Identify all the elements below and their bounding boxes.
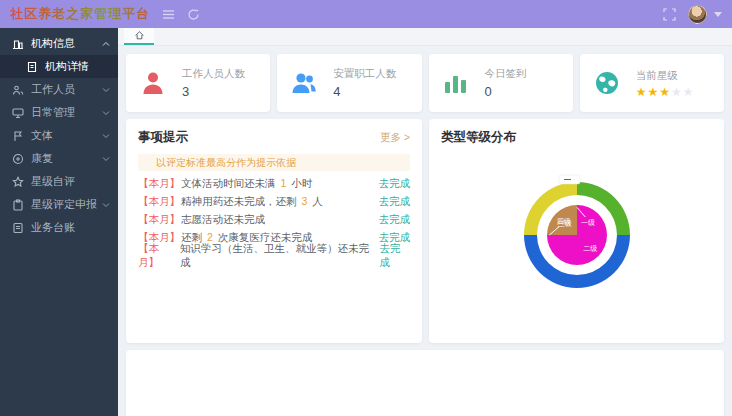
people-icon bbox=[289, 68, 319, 98]
go-complete-link[interactable]: 去完成 bbox=[379, 177, 411, 191]
bottom-empty-card bbox=[126, 350, 724, 416]
medical-cross-icon bbox=[12, 153, 24, 165]
sidebar-item-rehab[interactable]: 康复 bbox=[0, 147, 118, 170]
user-avatar[interactable] bbox=[688, 5, 707, 24]
sidebar-item-label: 日常管理 bbox=[31, 105, 75, 120]
chevron-down-icon bbox=[102, 132, 110, 140]
person-icon bbox=[138, 68, 168, 98]
sidebar-item-star-rating-apply[interactable]: 星级评定申报 bbox=[0, 193, 118, 216]
chevron-down-icon[interactable] bbox=[714, 12, 722, 17]
reminder-item: 【本月】 精神用药还未完成，还剩 3 人 去完成 bbox=[138, 193, 410, 211]
star-icon: ★ bbox=[683, 85, 695, 99]
star-icon: ★ bbox=[648, 85, 660, 99]
notice-bar: 以评定标准最高分作为提示依据 bbox=[138, 154, 410, 171]
chart-tooltip bbox=[559, 175, 580, 184]
stat-card-staff-count: 工作人员人数 3 bbox=[126, 54, 270, 112]
sidebar-item-business-ledger[interactable]: 业务台账 bbox=[0, 216, 118, 239]
month-tag: 【本月】 bbox=[138, 177, 180, 191]
reminder-text: 知识学习（生活、卫生、就业等）还未完成 bbox=[180, 242, 379, 270]
svg-text:四级: 四级 bbox=[556, 218, 570, 226]
sidebar-item-label: 机构详情 bbox=[45, 59, 89, 74]
reminders-panel: 事项提示 更多 > 以评定标准最高分作为提示依据 【本月】 文体活动时间还未满 … bbox=[126, 119, 422, 343]
app-title: 社区养老之家管理平台 bbox=[10, 5, 150, 23]
stat-value: 4 bbox=[333, 84, 396, 99]
more-link[interactable]: 更多 > bbox=[380, 131, 410, 145]
reminder-text: 精神用药还未完成，还剩 3 人 bbox=[181, 195, 323, 209]
building-icon bbox=[12, 38, 24, 50]
reminder-text: 志愿活动还未完成 bbox=[181, 213, 269, 227]
stats-row: 工作人员人数 3 安置职工人数 4 bbox=[126, 54, 724, 112]
reminder-item: 【本月】 文体活动时间还未满 1 小时 去完成 bbox=[138, 175, 410, 193]
stat-value: 3 bbox=[182, 84, 245, 99]
people-icon bbox=[12, 84, 24, 96]
star-icon bbox=[12, 176, 24, 188]
star-icon: ★ bbox=[671, 85, 683, 99]
chevron-down-icon bbox=[102, 109, 110, 117]
svg-text:二级: 二级 bbox=[583, 245, 597, 252]
sidebar-item-label: 文体 bbox=[31, 128, 53, 143]
sidebar-item-label: 星级自评 bbox=[31, 174, 75, 189]
sidebar-item-org-detail[interactable]: 机构详情 bbox=[0, 55, 118, 78]
sidebar-item-label: 康复 bbox=[31, 151, 53, 166]
clipboard-icon bbox=[12, 199, 24, 211]
refresh-icon[interactable] bbox=[187, 8, 200, 21]
go-complete-link[interactable]: 去完成 bbox=[379, 195, 411, 209]
sidebar-item-label: 业务台账 bbox=[31, 220, 75, 235]
home-icon bbox=[134, 30, 145, 41]
chevron-down-icon bbox=[102, 86, 110, 94]
month-tag: 【本月】 bbox=[138, 242, 179, 270]
chevron-up-icon bbox=[102, 40, 110, 48]
reminder-item: 【本月】 知识学习（生活、卫生、就业等）还未完成 去完成 bbox=[138, 247, 410, 265]
sidebar-item-star-self-eval[interactable]: 星级自评 bbox=[0, 170, 118, 193]
reminders-title: 事项提示 bbox=[138, 129, 188, 146]
stat-label: 安置职工人数 bbox=[333, 67, 396, 81]
sidebar-item-org-info[interactable]: 机构信息 bbox=[0, 32, 118, 55]
flag-icon bbox=[12, 130, 24, 142]
type-level-chart-panel: 类型等级分布 一级二级三级四级 bbox=[429, 119, 724, 343]
stat-card-today-checkin: 今日签到 0 bbox=[429, 54, 573, 112]
app-header: 社区养老之家管理平台 bbox=[0, 0, 732, 28]
month-tag: 【本月】 bbox=[138, 195, 180, 209]
bar-chart-icon bbox=[441, 68, 471, 98]
collapse-menu-icon[interactable] bbox=[162, 8, 175, 21]
monitor-icon bbox=[12, 107, 24, 119]
tab-bar bbox=[118, 28, 732, 46]
star-rating: ★★★★★ bbox=[636, 86, 695, 98]
star-icon: ★ bbox=[636, 85, 648, 99]
stat-value: 0 bbox=[485, 84, 527, 99]
chevron-down-icon bbox=[102, 201, 110, 209]
stat-label: 今日签到 bbox=[485, 67, 527, 81]
stat-label: 当前星级 bbox=[636, 69, 695, 83]
stat-card-current-star-level: 当前星级 ★★★★★ bbox=[580, 54, 724, 112]
month-tag: 【本月】 bbox=[138, 213, 180, 227]
sidebar-item-label: 机构信息 bbox=[31, 36, 75, 51]
sidebar-item-daily-mgmt[interactable]: 日常管理 bbox=[0, 101, 118, 124]
ledger-icon bbox=[12, 222, 24, 234]
sidebar-item-culture-sports[interactable]: 文体 bbox=[0, 124, 118, 147]
chart-title: 类型等级分布 bbox=[441, 129, 516, 146]
stat-label: 工作人员人数 bbox=[182, 67, 245, 81]
go-complete-link[interactable]: 去完成 bbox=[379, 213, 411, 227]
stat-card-placed-workers: 安置职工人数 4 bbox=[277, 54, 421, 112]
sidebar-item-label: 工作人员 bbox=[31, 82, 75, 97]
main-area: 工作人员人数 3 安置职工人数 4 bbox=[118, 28, 732, 416]
sidebar-item-label: 星级评定申报 bbox=[31, 197, 97, 212]
tab-home[interactable] bbox=[124, 28, 154, 45]
svg-text:一级: 一级 bbox=[581, 219, 595, 226]
fullscreen-icon[interactable] bbox=[663, 8, 676, 21]
type-level-donut-chart[interactable]: 一级二级三级四级 bbox=[498, 156, 656, 314]
sidebar: 机构信息 机构详情 工作人员 日常管理 文体 康复 星级自评 bbox=[0, 28, 118, 416]
sidebar-item-staff[interactable]: 工作人员 bbox=[0, 78, 118, 101]
go-complete-link[interactable]: 去完成 bbox=[379, 242, 410, 270]
chevron-down-icon bbox=[102, 155, 110, 163]
globe-icon bbox=[592, 68, 622, 98]
star-icon: ★ bbox=[659, 85, 671, 99]
reminder-text: 文体活动时间还未满 1 小时 bbox=[181, 177, 312, 191]
document-icon bbox=[26, 61, 38, 73]
reminder-list: 【本月】 文体活动时间还未满 1 小时 去完成 【本月】 精神用药还未完成，还剩… bbox=[138, 175, 410, 265]
reminder-item: 【本月】 志愿活动还未完成 去完成 bbox=[138, 211, 410, 229]
